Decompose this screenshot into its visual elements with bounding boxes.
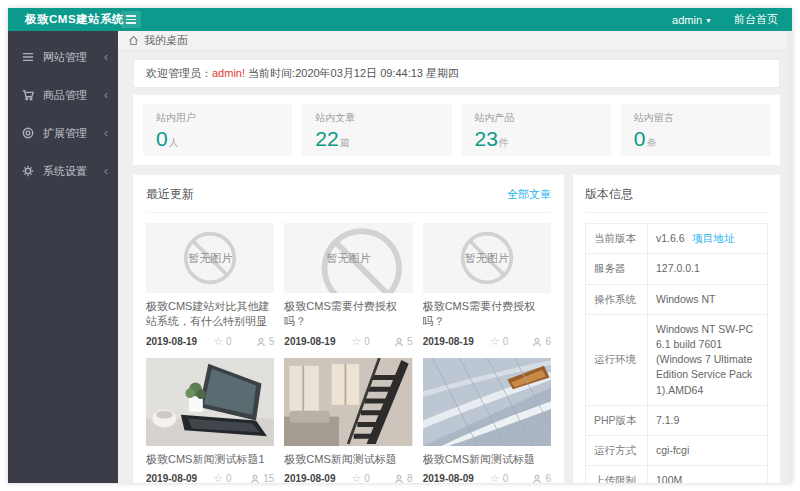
version-value: v1.6.6	[656, 232, 685, 244]
article-title[interactable]: 极致CMS新闻测试标题	[423, 452, 551, 468]
chevron-left-icon: ‹	[104, 50, 108, 64]
recent-updates-panel: 最近更新 全部文章 暂无图片 极致CMS建站对比其他建站系统，有什么特别明显的优…	[133, 175, 564, 483]
placeholder-label: 暂无图片	[326, 251, 370, 266]
laptop-desk-photo[interactable]	[146, 358, 274, 446]
user-name: admin	[672, 14, 702, 26]
star-icon: ☆	[351, 335, 361, 348]
table-row: 运行环境 Windows NT SW-PC 6.1 build 7601 (Wi…	[586, 314, 768, 405]
stats-row: 站内用户 0人 站内文章 22篇 站内产品 23件 站内留言 0条	[133, 95, 780, 165]
article-date: 2019-08-09	[423, 473, 474, 483]
star-icon: ☆	[490, 472, 500, 483]
top-bar: 极致CMS建站系统 admin▼ 前台首页	[8, 8, 792, 31]
app-window: 极致CMS建站系统 admin▼ 前台首页 网站管理 ‹ 商品管理 ‹ 扩展管理…	[8, 8, 792, 483]
view-count: 5	[394, 336, 413, 347]
frontend-home-link[interactable]: 前台首页	[734, 12, 778, 27]
no-image-placeholder[interactable]: 暂无图片	[284, 223, 412, 293]
version-value: 7.1.9	[648, 405, 768, 435]
gear-icon	[22, 165, 34, 177]
table-row: 上传限制 100M	[586, 466, 768, 483]
star-count: ☆0	[213, 335, 231, 348]
article-title[interactable]: 极致CMS需要付费授权吗？	[423, 299, 551, 331]
stat-label: 站内用户	[156, 111, 279, 125]
table-row: 服务器 127.0.0.1	[586, 254, 768, 284]
article-card: 暂无图片 极致CMS需要付费授权吗？ 2019-08-19 ☆0 5	[284, 223, 412, 348]
version-info-panel: 版本信息 当前版本 v1.6.6项目地址 服务器 127.0.0.1	[573, 175, 780, 483]
roof-architecture-photo[interactable]	[423, 358, 551, 446]
app-logo: 极致CMS建站系统	[8, 12, 118, 27]
star-icon: ☆	[351, 472, 361, 483]
stat-card-messages: 站内留言 0条	[621, 104, 770, 156]
article-date: 2019-08-19	[284, 336, 335, 347]
article-title[interactable]: 极致CMS需要付费授权吗？	[284, 299, 412, 331]
placeholder-label: 暂无图片	[188, 251, 232, 266]
version-value: Windows NT	[648, 284, 768, 314]
person-icon	[394, 474, 404, 483]
article-card: 极致CMS新闻测试标题1 2019-08-09 ☆0 15	[146, 358, 274, 483]
star-count: ☆0	[213, 472, 231, 483]
stat-label: 站内文章	[315, 111, 438, 125]
article-title[interactable]: 极致CMS新闻测试标题	[284, 452, 412, 468]
sidebar-item-goods[interactable]: 商品管理 ‹	[8, 76, 118, 114]
stat-value: 22篇	[315, 127, 438, 150]
chevron-down-icon: ▼	[705, 17, 712, 24]
project-url-link[interactable]: 项目地址	[693, 232, 735, 244]
article-date: 2019-08-09	[146, 473, 197, 483]
stat-value: 0条	[634, 127, 757, 150]
sidebar-item-label: 扩展管理	[43, 126, 87, 141]
table-row: 操作系统 Windows NT	[586, 284, 768, 314]
sidebar-item-extension[interactable]: 扩展管理 ‹	[8, 114, 118, 152]
article-date: 2019-08-09	[284, 473, 335, 483]
version-table: 当前版本 v1.6.6项目地址 服务器 127.0.0.1 操作系统 Windo…	[585, 223, 768, 483]
chevron-left-icon: ‹	[104, 126, 108, 140]
person-icon	[532, 474, 542, 483]
home-icon	[128, 35, 139, 46]
chevron-left-icon: ‹	[104, 88, 108, 102]
view-count: 15	[250, 473, 274, 483]
article-title[interactable]: 极致CMS建站对比其他建站系统，有什么特别明显的优势？	[146, 299, 274, 331]
stat-card-products: 站内产品 23件	[462, 104, 611, 156]
article-card: 暂无图片 极致CMS需要付费授权吗？ 2019-08-19 ☆0 6	[423, 223, 551, 348]
article-title[interactable]: 极致CMS新闻测试标题1	[146, 452, 274, 468]
no-image-placeholder[interactable]: 暂无图片	[146, 223, 274, 293]
person-icon	[394, 337, 404, 347]
no-image-placeholder[interactable]: 暂无图片	[423, 223, 551, 293]
cart-icon	[22, 89, 34, 101]
person-icon	[256, 337, 266, 347]
staircase-interior-photo[interactable]	[284, 358, 412, 446]
table-row: PHP版本 7.1.9	[586, 405, 768, 435]
stat-label: 站内留言	[634, 111, 757, 125]
breadcrumb-item[interactable]: 我的桌面	[144, 33, 188, 48]
sidebar-item-label: 商品管理	[43, 88, 87, 103]
panel-title: 版本信息	[585, 186, 633, 203]
chevron-left-icon: ‹	[104, 164, 108, 178]
breadcrumb: 我的桌面	[118, 31, 792, 51]
table-row: 当前版本 v1.6.6项目地址	[586, 224, 768, 254]
view-count: 6	[532, 473, 551, 483]
list-icon	[22, 51, 34, 63]
user-menu[interactable]: admin▼	[672, 14, 712, 26]
article-date: 2019-08-19	[146, 336, 197, 347]
star-count: ☆0	[351, 335, 369, 348]
version-value: 127.0.0.1	[648, 254, 768, 284]
extension-icon	[22, 127, 34, 139]
table-row: 运行方式 cgi-fcgi	[586, 436, 768, 466]
sidebar-item-site[interactable]: 网站管理 ‹	[8, 38, 118, 76]
sidebar-item-settings[interactable]: 系统设置 ‹	[8, 152, 118, 190]
star-count: ☆0	[490, 335, 508, 348]
stat-card-users: 站内用户 0人	[143, 104, 292, 156]
welcome-time: 当前时间:2020年03月12日 09:44:13 星期四	[245, 67, 459, 79]
star-icon: ☆	[213, 335, 223, 348]
all-articles-link[interactable]: 全部文章	[507, 187, 551, 202]
panel-title: 最近更新	[146, 186, 194, 203]
placeholder-label: 暂无图片	[465, 251, 509, 266]
view-count: 6	[532, 336, 551, 347]
person-icon	[532, 337, 542, 347]
hamburger-menu-icon[interactable]	[121, 11, 141, 28]
welcome-prefix: 欢迎管理员：	[146, 67, 212, 79]
stat-label: 站内产品	[475, 111, 598, 125]
stat-value: 23件	[475, 127, 598, 150]
person-icon	[250, 474, 260, 483]
scrollbar[interactable]	[787, 31, 792, 483]
welcome-bar: 欢迎管理员：admin! 当前时间:2020年03月12日 09:44:13 星…	[133, 59, 780, 88]
article-card: 暂无图片 极致CMS建站对比其他建站系统，有什么特别明显的优势？ 2019-08…	[146, 223, 274, 348]
